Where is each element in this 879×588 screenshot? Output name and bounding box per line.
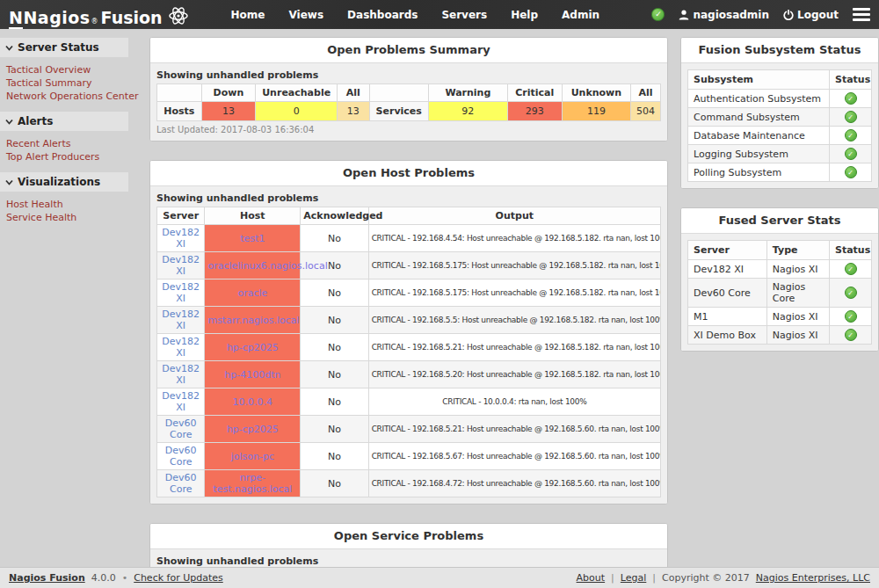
power-icon [783,10,794,20]
output-text: CRITICAL - 192.168.4.54: Host unreachabl… [368,225,660,252]
nav-item-servers[interactable]: Servers [441,9,487,21]
server-link[interactable]: Dev60 Core [165,472,197,495]
legal-link[interactable]: Legal [621,572,646,584]
services-warning-count[interactable]: 92 [428,102,507,121]
sidebar-item-host-health[interactable]: Host Health [6,198,149,211]
host-link[interactable]: hp-cp2025 [227,342,279,353]
host-link[interactable]: nrpe-test.nagios.local [213,472,292,495]
table-row: Dev182 XI oraclelinux6.nagios.local No C… [157,252,661,279]
open-problems-summary-panel: Open Problems Summary Showing unhandled … [149,37,668,142]
hosts-unreachable-count[interactable]: 0 [256,102,338,121]
status-ok-icon: ✓ [845,263,857,275]
user-name: nagiosadmin [693,9,769,21]
host-link[interactable]: test1 [240,233,265,244]
server-link[interactable]: Dev60 Core [165,445,197,468]
col-output: Output [368,207,660,225]
hamburger-menu-icon[interactable] [853,4,870,25]
top-navbar: NNagios ® Fusion Home Views Dashboards S… [0,0,879,29]
server-link[interactable]: Dev182 XI [162,390,200,413]
ack-value: No [301,388,368,416]
host-link[interactable]: hp-cp2025 [227,424,279,435]
server-type: Nagios XI [766,326,829,345]
services-unknown-count[interactable]: 119 [562,102,631,121]
nav-item-help[interactable]: Help [511,9,538,21]
ack-value: No [301,279,368,307]
col-status: Status [830,241,872,260]
table-row: Dev182 XI hp-4100dtn No CRITICAL - 192.1… [157,361,661,388]
server-link[interactable]: Dev182 XI [162,309,200,331]
user-menu[interactable]: nagiosadmin [679,9,769,21]
server-name: Dev60 Core [688,279,767,308]
sidebar-item-recent-alerts[interactable]: Recent Alerts [6,137,149,150]
sidebar-section-alerts[interactable]: Alerts [0,112,128,131]
server-link[interactable]: Dev182 XI [162,363,200,386]
panel-title: Open Problems Summary [150,38,667,62]
nav-item-dashboards[interactable]: Dashboards [347,9,418,21]
col-warning: Warning [428,84,507,102]
output-text: CRITICAL - 192.168.5.21: Host unreachabl… [368,334,660,361]
table-row: Logging Subsystem ✓ [688,145,872,163]
sidebar-item-network-operations-center[interactable]: Network Operations Center [6,90,149,103]
server-link[interactable]: Dev182 XI [162,254,200,277]
footer-version: 4.0.0 [91,572,116,584]
sidebar-item-tactical-summary[interactable]: Tactical Summary [6,76,149,90]
services-critical-count[interactable]: 293 [507,102,562,121]
nav-item-views[interactable]: Views [289,9,324,21]
table-row: Dev182 XI hp-cp2025 No CRITICAL - 192.16… [157,334,661,361]
col-unknown: Unknown [562,84,631,102]
atom-icon [168,5,189,26]
app-logo[interactable]: NNagios ® Fusion [9,3,189,27]
company-link[interactable]: Nagios Enterprises, LLC [756,572,870,584]
server-link[interactable]: Dev60 Core [165,417,197,440]
table-row: Command Subsystem ✓ [688,108,872,127]
col-services-all: All [631,84,661,102]
host-link[interactable]: mstarr.nagios.local [207,315,299,326]
server-stats-table: Server Type Status Dev182 XI Nagios XI ✓… [687,240,872,345]
logout-button[interactable]: Logout [783,9,839,21]
sidebar-item-tactical-overview[interactable]: Tactical Overview [6,63,149,76]
server-name: Dev182 XI [688,260,767,279]
host-link[interactable]: 10.0.0.4 [233,396,272,408]
host-link[interactable]: jolson-pc [231,451,274,462]
host-link[interactable]: oraclelinux6.nagios.local [207,260,327,272]
nav-item-admin[interactable]: Admin [562,9,599,21]
panel-title: Open Service Problems [150,524,667,548]
server-link[interactable]: Dev182 XI [162,227,200,250]
status-ok-icon: ✓ [845,129,857,142]
services-all-count[interactable]: 504 [631,102,661,121]
logo-brand-text: NNagios [9,8,91,27]
table-row: Dev60 Core hp-cp2025 No CRITICAL - 192.1… [157,416,661,443]
subsystem-name: Logging Subsystem [688,145,830,163]
host-problems-table: Server Host Acknowledged Output Dev182 X… [156,207,661,497]
hosts-down-count[interactable]: 13 [201,102,256,121]
server-link[interactable]: Dev182 XI [162,336,200,359]
hosts-all-count[interactable]: 13 [338,102,370,121]
ack-value: No [301,334,368,361]
check-for-updates-link[interactable]: Check for Updates [134,572,223,584]
server-link[interactable]: Dev182 XI [162,281,200,304]
system-ok-icon[interactable]: ✓ [651,8,665,21]
status-ok-icon: ✓ [845,111,857,123]
subsystem-name: Command Subsystem [688,108,830,127]
sidebar-item-top-alert-producers[interactable]: Top Alert Producers [6,150,149,163]
table-row: Dev60 Core jolson-pc No CRITICAL - 192.1… [157,443,661,470]
ack-value: No [301,307,368,334]
registered-mark: ® [91,18,98,25]
nav-item-home[interactable]: Home [231,9,265,21]
copyright-text: Copyright © 2017 [662,572,750,584]
panel-title: Fused Server Stats [681,208,878,233]
panel-title: Fusion Subsystem Status [681,38,878,62]
logout-label: Logout [797,9,839,21]
sidebar-section-visualizations[interactable]: Visualizations [0,172,128,192]
sidebar-section-server-status[interactable]: Server Status [0,38,128,57]
footer-product-link[interactable]: Nagios Fusion [9,572,85,584]
status-ok-icon: ✓ [845,166,857,178]
left-sidebar: Server Status Tactical Overview Tactical… [0,29,149,228]
col-critical: Critical [507,84,562,102]
host-link[interactable]: hp-4100dtn [224,369,280,381]
sidebar-item-service-health[interactable]: Service Health [6,211,149,224]
about-link[interactable]: About [577,572,606,584]
col-hosts-all: All [338,84,370,102]
output-text: CRITICAL - 192.168.5.21: Host unreachabl… [368,416,660,443]
host-link[interactable]: oracle [237,287,267,299]
